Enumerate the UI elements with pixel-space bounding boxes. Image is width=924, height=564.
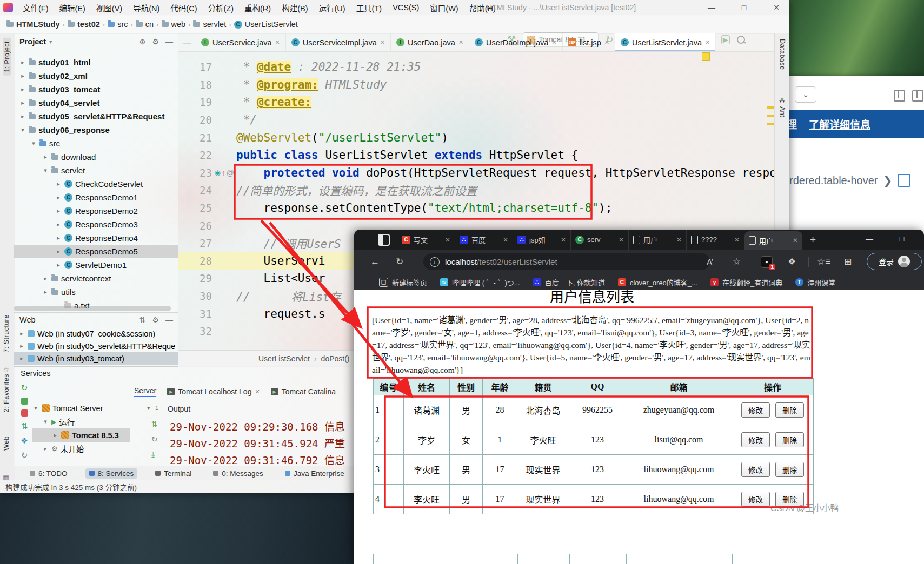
- split-view-icon[interactable]: [912, 90, 923, 102]
- sidebar-item-favorites[interactable]: 2: Favorites: [3, 374, 10, 412]
- breadcrumb-cn[interactable]: cn: [136, 20, 154, 29]
- info-icon[interactable]: i: [430, 257, 440, 267]
- bookmark-baidu[interactable]: ∴百度一下, 你就知道: [533, 277, 605, 287]
- tab-localhost-log[interactable]: ▶Tomcat Localhost Log✕: [167, 387, 260, 396]
- tab-server[interactable]: Server: [134, 386, 156, 397]
- tree-item[interactable]: ▸study05_servlet&HTTP&Request: [14, 110, 178, 123]
- breadcrumb-src[interactable]: src: [108, 20, 128, 29]
- collections-icon[interactable]: ⊞: [844, 256, 852, 267]
- console-gutter-icon[interactable]: ▾ ≡1: [147, 405, 158, 412]
- minimize-button[interactable]: —: [857, 230, 882, 248]
- hide-panel-icon[interactable]: —: [165, 37, 173, 46]
- delete-button[interactable]: 删除: [775, 402, 804, 418]
- favorite-add-icon[interactable]: ☆: [733, 256, 741, 267]
- maximize-button[interactable]: □: [889, 230, 914, 248]
- settings-icon[interactable]: ⚙: [152, 37, 159, 46]
- delete-button[interactable]: 删除: [775, 462, 804, 477]
- browser-tab[interactable]: ∴jsp如✕: [513, 230, 571, 250]
- tab-userlistservlet[interactable]: CUserListServlet.java✕: [615, 33, 716, 51]
- menu-view[interactable]: 视图(V): [91, 0, 128, 15]
- menu-tools[interactable]: 工具(T): [351, 0, 388, 15]
- breadcrumb-web[interactable]: web: [162, 20, 186, 29]
- tab-todo[interactable]: 6: TODO: [26, 468, 71, 479]
- edit-button[interactable]: 修改: [741, 432, 770, 447]
- breadcrumb-method[interactable]: doPost(): [321, 354, 350, 363]
- debug-icon[interactable]: [21, 398, 28, 405]
- workspaces-icon[interactable]: [378, 234, 390, 246]
- horizontal-scrollbar[interactable]: [14, 306, 171, 311]
- read-aloud-icon[interactable]: A’: [707, 257, 713, 266]
- menu-edit[interactable]: 编辑(E): [54, 0, 91, 15]
- tree-item[interactable]: ▸servletcontext: [14, 272, 178, 285]
- tree-item[interactable]: ▸CResponseDemo4: [14, 231, 178, 245]
- tree-item[interactable]: ▸study04_servlet: [14, 96, 178, 110]
- sidebar-item-ant[interactable]: Ant: [779, 106, 786, 117]
- delete-button[interactable]: 删除: [775, 432, 804, 447]
- refresh-icon[interactable]: ↻: [396, 256, 403, 267]
- tree-item[interactable]: ▸study02_xml: [14, 69, 178, 83]
- tab-userserviceimpl[interactable]: CUserServiceImpl.java✕: [286, 33, 391, 51]
- tree-item[interactable]: ▸CResponseDemo3: [14, 218, 178, 231]
- menu-vcs[interactable]: VCS(S): [387, 0, 424, 15]
- bookmark-youdao[interactable]: y在线翻译_有道词典: [710, 277, 782, 287]
- rerun-icon[interactable]: ↻: [21, 383, 28, 393]
- tab-catalina-log[interactable]: ▶Tomcat Catalina: [271, 387, 336, 396]
- hide-tabs-icon[interactable]: —: [183, 38, 191, 48]
- edit-button[interactable]: 修改: [741, 402, 770, 418]
- web-item-selected[interactable]: ▸Web (in study03_tomcat): [14, 352, 178, 365]
- breadcrumb-project[interactable]: HTMLStudy: [6, 20, 60, 29]
- service-node[interactable]: ▾Tomcat Server: [32, 401, 130, 415]
- menu-navigate[interactable]: 导航(N): [128, 0, 165, 15]
- learn-more-link[interactable]: 了解详细信息: [809, 117, 870, 131]
- tree-item[interactable]: ▾study06_response: [14, 123, 178, 137]
- tree-item[interactable]: ▾servlet: [14, 164, 178, 177]
- refresh-icon[interactable]: ↻: [21, 451, 28, 460]
- browser-tab-active[interactable]: 用户✕: [744, 231, 802, 250]
- bookmark-bilibili[interactable]: tv哔哩哔哩 ( ゜- ゜)つ...: [440, 277, 520, 287]
- maximize-button[interactable]: □: [732, 0, 756, 15]
- minimize-button[interactable]: —: [700, 0, 723, 15]
- tree-item[interactable]: ▸download: [14, 150, 178, 164]
- sidebar-item-database[interactable]: Database: [779, 39, 786, 70]
- web-item[interactable]: ▸Web (in study05_servlet&HTTP&Reque: [14, 340, 178, 352]
- tab-services[interactable]: 8: Services: [85, 468, 138, 479]
- tree-item[interactable]: ▸CServletDemo1: [14, 258, 178, 272]
- menu-code[interactable]: 代码(C): [165, 0, 202, 15]
- chevron-down-icon[interactable]: ⌄: [795, 86, 816, 103]
- locate-file-icon[interactable]: ⊕: [139, 37, 146, 46]
- menu-run[interactable]: 运行(U): [313, 0, 350, 15]
- bookmark-tanzhou[interactable]: T潭州课堂: [795, 277, 835, 287]
- profile-badge-icon[interactable]: ●1: [761, 256, 773, 268]
- edit-button[interactable]: 修改: [741, 462, 770, 477]
- menu-refactor[interactable]: 重构(R): [239, 0, 276, 15]
- extensions-icon[interactable]: ❖: [788, 256, 796, 267]
- browser-tab[interactable]: ∴百度✕: [455, 230, 513, 250]
- bookmark-newtab[interactable]: ❏新建标签页: [379, 277, 427, 287]
- expand-all-icon[interactable]: ⇅: [139, 315, 146, 324]
- sidebar-item-structure[interactable]: 7: Structure: [3, 314, 10, 353]
- browser-tab[interactable]: Cserv✕: [571, 230, 629, 250]
- browser-tab[interactable]: ????✕: [687, 230, 744, 250]
- tree-item[interactable]: ▸utils: [14, 285, 178, 299]
- menu-analyze[interactable]: 分析(Z): [202, 0, 239, 15]
- login-button[interactable]: 登录: [867, 253, 922, 270]
- tree-item-selected[interactable]: ▸CResponseDemo5: [14, 245, 178, 258]
- favorites-list-icon[interactable]: ☆≡: [817, 256, 830, 267]
- tab-messages[interactable]: 0: Messages: [209, 468, 267, 479]
- settings-icon[interactable]: ⚙: [152, 315, 159, 324]
- breadcrumb-class[interactable]: CUserListServlet: [234, 20, 298, 29]
- tree-item[interactable]: ▸CResponseDemo1: [14, 191, 178, 204]
- close-button[interactable]: ✕: [765, 0, 788, 15]
- tab-java-enterprise[interactable]: Java Enterprise: [281, 468, 348, 479]
- edit-button[interactable]: 修改: [741, 492, 770, 507]
- browser-tab[interactable]: 用户✕: [629, 230, 687, 250]
- tree-item[interactable]: ▸CResponseDemo2: [14, 204, 178, 218]
- hide-panel-icon[interactable]: —: [165, 315, 173, 324]
- split-view-icon[interactable]: [894, 90, 905, 102]
- deploy-icon[interactable]: ⇅: [21, 421, 28, 431]
- sidebar-item-project[interactable]: 1: Project: [3, 38, 11, 76]
- services-options-icon[interactable]: ❖: [21, 436, 28, 446]
- breadcrumb-servlet[interactable]: servlet: [193, 20, 226, 29]
- scroll-to-end-icon[interactable]: ⇅: [151, 420, 158, 428]
- tab-terminal[interactable]: Terminal: [151, 468, 195, 479]
